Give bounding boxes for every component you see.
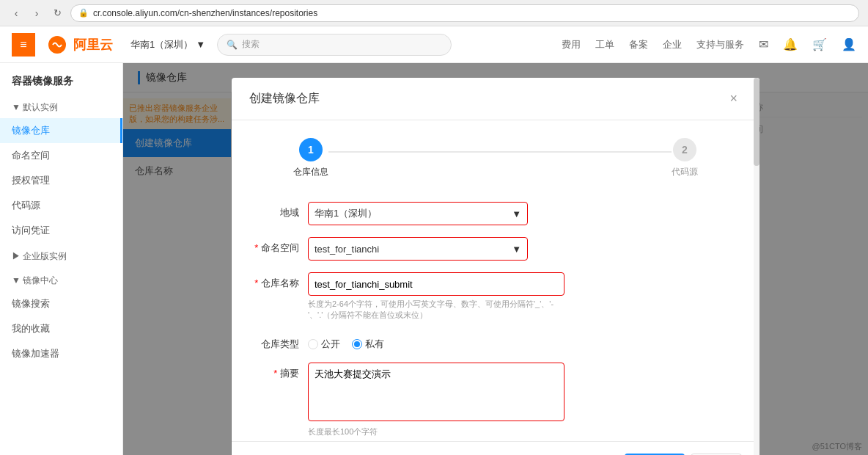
page-area: 镜像仓库 已推出容器镜像服务企业版，如果您的构建任务涉... 创建镜像仓库 仓库… [123, 63, 868, 455]
sidebar-group-image-center[interactable]: ▼ 镜像中心 [0, 270, 122, 291]
namespace-control: test_for_tianchi ▼ [308, 237, 528, 261]
nav-qiye[interactable]: 企业 [663, 38, 682, 51]
nav-feiyong[interactable]: 费用 [562, 38, 581, 51]
modal-footer: 下一步 取消 [232, 441, 760, 455]
modal-scrollbar-thumb [754, 78, 760, 166]
logo-text: 阿里云 [73, 36, 113, 54]
modal-body: 1 仓库信息 2 代码源 [232, 120, 760, 441]
nav-actions: 费用 工单 备案 企业 支持与服务 ✉ 🔔 🛒 👤 [562, 37, 856, 51]
radio-private-circle [352, 339, 362, 349]
sidebar-item-favorites[interactable]: 我的收藏 [0, 316, 122, 341]
step-2-number: 2 [682, 144, 688, 156]
sidebar-section-image-center: ▼ 镜像中心 镜像搜索 我的收藏 镜像加速器 [0, 270, 122, 366]
sidebar-item-auth[interactable]: 授权管理 [0, 168, 122, 193]
summary-label: 摘要 [249, 363, 308, 380]
search-placeholder: 搜索 [242, 38, 260, 51]
bell-icon[interactable]: 🔔 [783, 37, 798, 51]
sidebar-group-enterprise[interactable]: ▶ 企业版实例 [0, 246, 122, 267]
modal-header: 创建镜像仓库 × [232, 78, 760, 120]
nav-beian[interactable]: 备案 [629, 38, 648, 51]
sidebar-section-default: ▼ 默认实例 镜像仓库 命名空间 授权管理 代码源 访问凭证 [0, 97, 122, 243]
repo-type-control: 公开 私有 [308, 333, 528, 351]
radio-private[interactable]: 私有 [352, 338, 384, 351]
sidebar: 容器镜像服务 ▼ 默认实例 镜像仓库 命名空间 授权管理 代码源 访问凭证 ▶ … [0, 63, 123, 455]
aliyun-logo-icon [47, 34, 67, 55]
modal-overlay: 创建镜像仓库 × 1 仓库信息 [123, 63, 868, 455]
radio-group-repo-type: 公开 私有 [308, 333, 528, 351]
reload-button[interactable]: ↻ [50, 6, 65, 21]
app-layout: ≡ 阿里云 华南1（深圳） ▼ 🔍 搜索 费用 工单 备案 企业 支持与服务 ✉… [0, 26, 868, 455]
repo-type-label: 仓库类型 [249, 333, 308, 351]
form-row-namespace: 命名空间 test_for_tianchi ▼ [249, 237, 742, 261]
form-row-repo-type: 仓库类型 公开 私有 [249, 333, 742, 351]
search-icon: 🔍 [227, 40, 238, 50]
step-2: 2 代码源 [672, 138, 698, 178]
step-2-label: 代码源 [672, 166, 698, 178]
namespace-label: 命名空间 [249, 237, 308, 255]
sidebar-item-access-cert[interactable]: 访问凭证 [0, 218, 122, 243]
summary-hint: 长度最长100个字符 [308, 426, 564, 437]
region-label: 华南1（深圳） [130, 38, 193, 51]
sidebar-item-code-source[interactable]: 代码源 [0, 193, 122, 218]
main-content: 容器镜像服务 ▼ 默认实例 镜像仓库 命名空间 授权管理 代码源 访问凭证 ▶ … [0, 63, 868, 455]
repo-name-input[interactable] [308, 272, 564, 296]
radio-private-label: 私有 [365, 338, 384, 351]
repo-name-hint: 长度为2-64个字符，可使用小写英文字母、数字、可使用分隔符'_'、'-'、'.… [308, 299, 564, 321]
sidebar-title: 容器镜像服务 [0, 75, 122, 97]
radio-public-circle [308, 339, 318, 349]
lock-icon: 🔒 [78, 8, 89, 18]
step-1-number: 1 [308, 144, 314, 156]
logo-area: 阿里云 [47, 34, 113, 55]
repo-name-label: 仓库名称 [249, 272, 308, 290]
forward-button[interactable]: › [29, 6, 44, 21]
user-icon[interactable]: 👤 [842, 37, 856, 51]
sidebar-item-accelerator[interactable]: 镜像加速器 [0, 341, 122, 366]
step-1-label: 仓库信息 [293, 166, 328, 178]
sidebar-group-default[interactable]: ▼ 默认实例 [0, 97, 122, 118]
top-nav: ≡ 阿里云 华南1（深圳） ▼ 🔍 搜索 费用 工单 备案 企业 支持与服务 ✉… [0, 26, 868, 63]
region-select-arrow: ▼ [512, 208, 521, 219]
radio-public[interactable]: 公开 [308, 338, 340, 351]
browser-bar: ‹ › ↻ 🔒 cr.console.aliyun.com/cn-shenzhe… [0, 0, 868, 26]
hamburger-icon: ≡ [20, 38, 26, 51]
nav-gongdan[interactable]: 工单 [595, 38, 614, 51]
radio-public-label: 公开 [321, 338, 340, 351]
modal-scrollbar[interactable] [754, 78, 760, 455]
cart-icon[interactable]: 🛒 [812, 37, 827, 51]
step-1: 1 仓库信息 [293, 138, 328, 178]
region-select-value: 华南1（深圳） [315, 207, 377, 220]
step-line [328, 151, 672, 153]
step-1-circle: 1 [299, 138, 323, 161]
modal-close-button[interactable]: × [725, 90, 742, 108]
hamburger-button[interactable]: ≡ [12, 33, 35, 57]
summary-textarea[interactable] [308, 363, 564, 421]
url-text: cr.console.aliyun.com/cn-shenzhen/instan… [93, 8, 317, 18]
region-control: 华南1（深圳） ▼ [308, 202, 528, 225]
sidebar-item-namespace[interactable]: 命名空间 [0, 143, 122, 168]
region-label: 地域 [249, 202, 308, 219]
sidebar-item-image-search[interactable]: 镜像搜索 [0, 291, 122, 316]
nav-zhichi[interactable]: 支持与服务 [696, 38, 744, 51]
search-bar[interactable]: 🔍 搜索 [217, 34, 452, 56]
form-row-repo-name: 仓库名称 长度为2-64个字符，可使用小写英文字母、数字、可使用分隔符'_'、'… [249, 272, 742, 321]
repo-name-control: 长度为2-64个字符，可使用小写英文字母、数字、可使用分隔符'_'、'-'、'.… [308, 272, 564, 321]
url-bar[interactable]: 🔒 cr.console.aliyun.com/cn-shenzhen/inst… [70, 4, 859, 22]
summary-control: 长度最长100个字符 [308, 363, 564, 437]
create-repo-modal: 创建镜像仓库 × 1 仓库信息 [232, 78, 760, 455]
sidebar-item-image-repo[interactable]: 镜像仓库 [0, 118, 122, 143]
step-2-circle: 2 [673, 138, 696, 161]
namespace-select[interactable]: test_for_tianchi ▼ [308, 237, 528, 261]
region-selector[interactable]: 华南1（深圳） ▼ [130, 38, 205, 51]
region-arrow-icon: ▼ [196, 39, 205, 50]
back-button[interactable]: ‹ [9, 6, 23, 21]
region-select[interactable]: 华南1（深圳） ▼ [308, 202, 528, 225]
steps: 1 仓库信息 2 代码源 [249, 138, 742, 178]
sidebar-section-enterprise: ▶ 企业版实例 [0, 246, 122, 267]
form-row-region: 地域 华南1（深圳） ▼ [249, 202, 742, 225]
namespace-select-arrow: ▼ [512, 244, 521, 255]
modal-title: 创建镜像仓库 [249, 91, 320, 106]
namespace-select-value: test_for_tianchi [315, 244, 379, 255]
form-row-summary: 摘要 长度最长100个字符 [249, 363, 742, 437]
message-icon[interactable]: ✉ [759, 37, 768, 51]
